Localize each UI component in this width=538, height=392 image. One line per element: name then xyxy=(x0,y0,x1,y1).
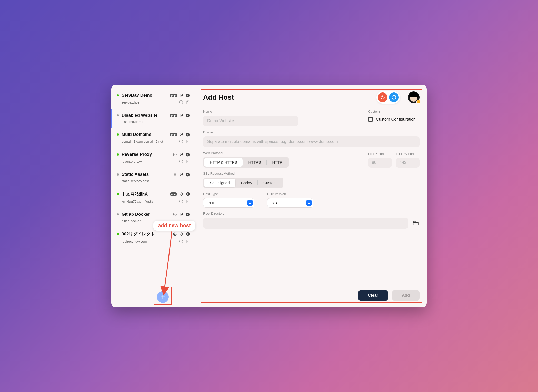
svg-point-1 xyxy=(186,94,190,97)
host-item[interactable]: ServBay Demophpservbay.host xyxy=(111,89,196,109)
segment-option[interactable]: HTTP xyxy=(267,158,288,167)
shield-icon[interactable] xyxy=(179,93,184,98)
status-dot xyxy=(117,233,119,235)
svg-rect-17 xyxy=(188,154,188,155)
note-icon[interactable] xyxy=(185,199,190,204)
svg-rect-35 xyxy=(187,233,187,235)
https-port-label: HTTPS Port xyxy=(396,152,420,156)
play-icon[interactable] xyxy=(185,212,190,217)
svg-rect-26 xyxy=(188,193,188,195)
status-dot xyxy=(117,114,119,116)
host-list-sidebar: ServBay Demophpservbay.hostDisabled Webs… xyxy=(111,85,196,307)
svg-point-24 xyxy=(186,192,190,196)
php-badge: php xyxy=(170,192,177,196)
svg-point-30 xyxy=(181,214,182,214)
svg-point-14 xyxy=(173,153,176,156)
pause-icon[interactable] xyxy=(185,152,190,157)
https-port-input[interactable] xyxy=(396,158,420,168)
status-dot xyxy=(117,153,119,156)
segment-option[interactable]: Self-Signed xyxy=(204,179,235,187)
root-dir-input[interactable] xyxy=(203,218,408,229)
host-item[interactable]: Disabled Websitephpdisabled.demo xyxy=(111,109,196,128)
svg-point-8 xyxy=(181,134,182,135)
shield-x-icon[interactable] xyxy=(179,152,184,157)
domain-label: Domain xyxy=(203,130,420,134)
name-input[interactable] xyxy=(203,116,298,126)
compass-icon[interactable] xyxy=(179,100,183,105)
pause-icon[interactable] xyxy=(185,132,190,137)
svg-point-6 xyxy=(181,115,182,115)
compass-icon[interactable] xyxy=(179,159,183,164)
compass-icon[interactable] xyxy=(179,139,183,144)
annotation-tooltip: add new host xyxy=(153,221,195,231)
status-dot xyxy=(117,193,119,195)
add-button[interactable]: Add xyxy=(392,290,420,301)
shield-icon[interactable] xyxy=(179,192,184,197)
status-dot xyxy=(117,173,119,176)
host-item[interactable]: 中文网站测试phpxn--6qq79v.xn--fiqs8s xyxy=(111,188,196,208)
svg-rect-10 xyxy=(187,134,187,135)
status-dot xyxy=(117,133,119,136)
header: Add Host xyxy=(203,91,420,104)
shield-icon[interactable] xyxy=(179,172,184,177)
compass-icon[interactable] xyxy=(179,239,183,244)
swap-icon xyxy=(173,212,177,217)
shield-icon[interactable] xyxy=(179,212,184,217)
segment-option[interactable]: HTTPS xyxy=(243,158,266,167)
svg-rect-11 xyxy=(188,134,188,135)
note-icon[interactable] xyxy=(185,159,190,164)
svg-point-33 xyxy=(181,234,182,234)
refresh-icon xyxy=(391,95,396,100)
host-name: ServBay Demo xyxy=(122,93,167,98)
segment-option[interactable]: HTTP & HTTPS xyxy=(204,158,243,167)
host-domain: reverse.proxy xyxy=(122,160,142,163)
http-port-input[interactable] xyxy=(368,158,392,168)
compass-icon[interactable] xyxy=(179,199,183,204)
host-name: Multi Domains xyxy=(122,132,167,137)
domain-input[interactable] xyxy=(203,136,420,147)
svg-rect-36 xyxy=(188,233,188,235)
page-title: Add Host xyxy=(203,94,372,101)
shield-icon[interactable] xyxy=(179,232,184,236)
host-item[interactable]: Multi Domainsphpdomain-1.com domain-2.ne… xyxy=(111,128,196,148)
play-icon[interactable] xyxy=(185,172,190,177)
note-icon[interactable] xyxy=(185,239,190,244)
note-icon[interactable] xyxy=(185,100,190,105)
pause-icon[interactable] xyxy=(185,232,190,236)
segment-option[interactable]: Custom xyxy=(258,179,282,187)
power-button[interactable] xyxy=(378,92,387,102)
host-item[interactable]: 302リダイレクトredirect.new.com xyxy=(111,228,196,248)
shield-icon[interactable] xyxy=(179,132,184,137)
add-host-fab[interactable] xyxy=(157,291,169,303)
pause-icon[interactable] xyxy=(185,93,190,98)
refresh-button[interactable] xyxy=(389,92,399,102)
custom-config-checkbox[interactable] xyxy=(368,117,373,122)
folder-icon[interactable] xyxy=(412,220,420,226)
ssl-segmented: Self-SignedCaddyCustom xyxy=(203,178,283,188)
svg-rect-2 xyxy=(187,95,187,96)
host-type-select[interactable]: PHP xyxy=(203,198,254,208)
play-icon[interactable] xyxy=(185,113,190,118)
name-label: Name xyxy=(203,110,358,114)
php-version-select[interactable]: 8.3 xyxy=(267,198,313,208)
host-item[interactable]: Static Assetsstatic.servbay.host xyxy=(111,168,196,188)
svg-point-0 xyxy=(181,95,182,95)
segment-option[interactable]: Caddy xyxy=(235,179,258,187)
host-item[interactable]: Reverse Proxyreverse.proxy xyxy=(111,148,196,168)
app-window: ServBay Demophpservbay.hostDisabled Webs… xyxy=(111,85,427,307)
note-icon[interactable] xyxy=(185,139,190,144)
svg-point-21 xyxy=(181,174,182,174)
svg-point-34 xyxy=(186,232,190,236)
shield-icon[interactable] xyxy=(179,113,184,118)
host-domain: static.servbay.host xyxy=(122,179,149,183)
custom-label: Custom xyxy=(368,110,420,114)
user-avatar[interactable] xyxy=(408,91,420,103)
swap-icon xyxy=(173,152,177,157)
host-name: Gitlab Docker xyxy=(122,212,170,217)
status-dot xyxy=(117,213,119,215)
host-type-label: Host Type xyxy=(203,192,254,196)
pause-icon[interactable] xyxy=(185,192,190,197)
clear-button[interactable]: Clear xyxy=(358,290,388,301)
host-name: Disabled Website xyxy=(122,113,167,118)
php-badge: php xyxy=(170,114,177,117)
